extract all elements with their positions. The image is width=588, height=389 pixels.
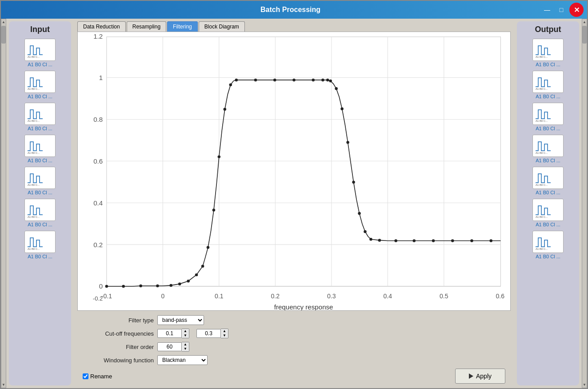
- signal-name-in-6: A1 B0 Cl ...: [28, 254, 52, 259]
- svg-point-59: [254, 79, 257, 81]
- cutoff-low-input[interactable]: [157, 329, 182, 338]
- scroll-thumb[interactable]: [1, 26, 6, 44]
- signal-item-out-1[interactable]: A1 B0 C... A1 B0 Cl ...: [532, 71, 564, 99]
- signal-item-out-5[interactable]: A1 B0 C... A1 B0 Cl ...: [532, 199, 564, 227]
- svg-point-51: [195, 273, 198, 276]
- signal-name-out-3: A1 B0 Cl ...: [536, 158, 560, 163]
- signal-item-in-1[interactable]: A1 B0 C... A1 B0 Cl ...: [24, 71, 56, 99]
- svg-point-76: [432, 239, 435, 242]
- signal-name-out-5: A1 B0 Cl ...: [536, 222, 560, 227]
- svg-rect-14: [107, 37, 501, 286]
- main-content: ▲ ▼ Input A1 B0 C... A1 B0 Cl ... A1 B0 …: [1, 19, 587, 388]
- svg-point-46: [139, 285, 142, 287]
- signal-icon-out-4: A1 B0 C...: [532, 167, 564, 189]
- svg-text:0.5: 0.5: [440, 293, 448, 300]
- cutoff-high-input[interactable]: [196, 329, 221, 338]
- svg-point-52: [201, 265, 204, 267]
- scroll-down-arrow[interactable]: ▼: [1, 382, 6, 388]
- main-window: Batch Processing — □ ✕ ▲ ▼ Input A1 B0 C…: [0, 0, 588, 389]
- signal-item-out-0[interactable]: A1 B0 C... A1 B0 Cl ...: [532, 39, 564, 67]
- filter-type-select[interactable]: low-pass high-pass band-pass band-stop: [157, 315, 204, 325]
- svg-point-48: [169, 284, 172, 287]
- svg-text:0.3: 0.3: [327, 293, 336, 300]
- close-button[interactable]: ✕: [569, 3, 584, 17]
- filter-order-down[interactable]: ▼: [182, 347, 189, 351]
- windowing-select[interactable]: Hanning Hamming Blackman Rectangular: [157, 355, 208, 365]
- filter-order-input[interactable]: [157, 342, 182, 351]
- svg-point-73: [378, 239, 381, 241]
- svg-text:0.2: 0.2: [271, 293, 280, 300]
- apply-button[interactable]: Apply: [455, 369, 505, 384]
- svg-point-68: [346, 141, 349, 144]
- cutoff-low-down[interactable]: ▼: [182, 333, 189, 338]
- svg-text:0: 0: [161, 293, 164, 300]
- filter-order-row: Filter order ▲ ▼: [83, 342, 505, 352]
- cutoff-high-up[interactable]: ▲: [221, 329, 228, 333]
- signal-item-in-2[interactable]: A1 B0 C... A1 B0 Cl ...: [24, 103, 56, 131]
- output-signals-list: A1 B0 C... A1 B0 Cl ... A1 B0 C... A1 B0…: [532, 39, 564, 263]
- signal-item-out-2[interactable]: A1 B0 C... A1 B0 Cl ...: [532, 103, 564, 131]
- svg-text:A1 B0 C...: A1 B0 C...: [28, 184, 40, 186]
- cutoff-low-up[interactable]: ▲: [182, 329, 189, 333]
- svg-point-63: [321, 79, 324, 81]
- svg-point-44: [105, 285, 108, 288]
- left-scrollbar[interactable]: ▲ ▼: [1, 19, 6, 388]
- right-scroll-up[interactable]: ▲: [582, 19, 587, 25]
- svg-text:A1 B0 C...: A1 B0 C...: [28, 216, 40, 218]
- svg-point-75: [413, 239, 416, 242]
- signal-icon-in-0: A1 B0 C...: [24, 39, 56, 61]
- tab-data-reduction[interactable]: Data Reduction: [77, 21, 126, 32]
- signal-item-in-3[interactable]: A1 B0 C... A1 B0 Cl ...: [24, 135, 56, 163]
- rename-checkbox[interactable]: [83, 373, 88, 379]
- svg-point-78: [470, 239, 473, 242]
- tab-filtering[interactable]: Filtering: [167, 21, 198, 32]
- signal-icon-in-2: A1 B0 C...: [24, 103, 56, 125]
- signal-item-out-6[interactable]: A1 B0 C... A1 B0 Cl ...: [532, 231, 564, 259]
- signal-item-out-3[interactable]: A1 B0 C... A1 B0 Cl ...: [532, 135, 564, 163]
- svg-text:-0.1: -0.1: [101, 293, 112, 300]
- signal-name-out-0: A1 B0 Cl ...: [536, 62, 560, 67]
- right-scroll-thumb[interactable]: [582, 26, 587, 44]
- signal-icon-in-4: A1 B0 C...: [24, 167, 56, 189]
- signal-name-out-4: A1 B0 Cl ...: [536, 190, 560, 195]
- signal-icon-in-1: A1 B0 C...: [24, 71, 56, 93]
- input-panel: Input A1 B0 C... A1 B0 Cl ... A1 B0 C...…: [9, 21, 71, 385]
- svg-point-50: [187, 280, 189, 282]
- signal-icon-out-6: A1 B0 C...: [532, 231, 564, 253]
- cutoff-high-down[interactable]: ▼: [221, 333, 228, 338]
- svg-text:0.2: 0.2: [93, 241, 103, 249]
- signal-item-in-4[interactable]: A1 B0 C... A1 B0 Cl ...: [24, 167, 56, 195]
- svg-text:0.1: 0.1: [215, 293, 224, 300]
- maximize-button[interactable]: □: [555, 4, 568, 16]
- rename-label: Rename: [90, 373, 112, 380]
- right-scrollbar[interactable]: ▲ ▼: [582, 19, 587, 388]
- svg-text:A1 B0 C...: A1 B0 C...: [28, 88, 40, 90]
- signal-icon-in-3: A1 B0 C...: [24, 135, 56, 157]
- signal-item-in-0[interactable]: A1 B0 C... A1 B0 Cl ...: [24, 39, 56, 67]
- input-title: Input: [30, 25, 50, 34]
- signal-item-in-6[interactable]: A1 B0 C... A1 B0 Cl ...: [24, 231, 56, 259]
- input-signals-list: A1 B0 C... A1 B0 Cl ... A1 B0 C... A1 B0…: [24, 39, 56, 263]
- signal-item-in-5[interactable]: A1 B0 C... A1 B0 Cl ...: [24, 199, 56, 227]
- tab-block-diagram[interactable]: Block Diagram: [199, 21, 245, 32]
- center-panel: Data Reduction Resampling Filtering Bloc…: [74, 19, 514, 388]
- cutoff-high-spinner: ▲ ▼: [221, 329, 228, 338]
- signal-item-out-4[interactable]: A1 B0 C... A1 B0 Cl ...: [532, 167, 564, 195]
- window-controls: — □ ✕: [541, 3, 584, 17]
- tab-resampling[interactable]: Resampling: [127, 21, 166, 32]
- right-scroll-down[interactable]: ▼: [582, 382, 587, 388]
- filter-order-label: Filter order: [83, 344, 154, 350]
- bottom-row: Rename Apply: [83, 369, 505, 384]
- signal-icon-in-5: A1 B0 C...: [24, 199, 56, 221]
- scroll-up-arrow[interactable]: ▲: [1, 19, 6, 25]
- svg-text:A1 B0 C...: A1 B0 C...: [536, 88, 548, 90]
- svg-text:0.8: 0.8: [93, 116, 103, 123]
- filter-order-up[interactable]: ▲: [182, 342, 189, 347]
- minimize-button[interactable]: —: [541, 4, 553, 16]
- windowing-row: Windowing function Hanning Hamming Black…: [83, 355, 505, 365]
- svg-text:0.6: 0.6: [93, 157, 103, 165]
- chart-container: 1.2 1 0.8 0.6 0.4 0.2 0 -0.2 -0.1 0 0.1 …: [77, 32, 511, 311]
- svg-text:1.2: 1.2: [93, 32, 103, 40]
- filter-type-row: Filter type low-pass high-pass band-pass…: [83, 315, 505, 325]
- svg-point-77: [451, 239, 454, 242]
